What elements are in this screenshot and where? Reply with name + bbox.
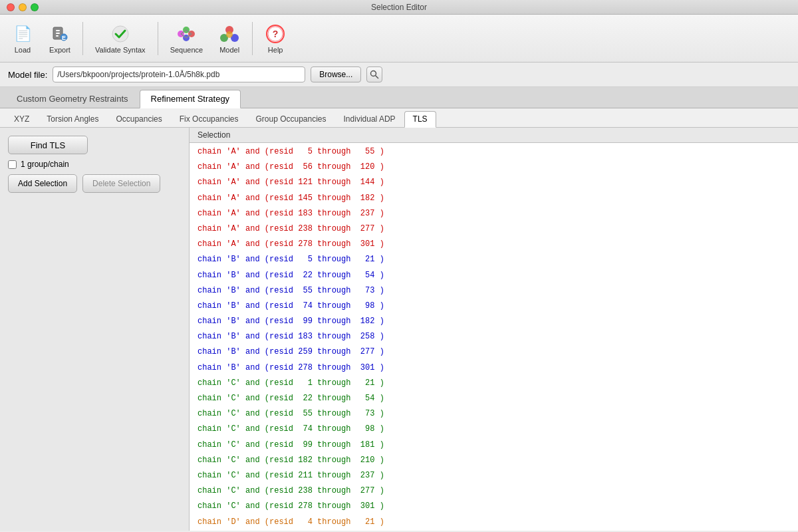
group-chain-row: 1 group/chain (8, 160, 181, 169)
validate-label: Validate Syntax (95, 46, 146, 54)
selection-row[interactable]: chain 'B' and (resid 183 through 258 ) (190, 329, 798, 344)
window-title: Selection Editor (371, 3, 427, 12)
svg-rect-1 (56, 30, 60, 31)
selection-row[interactable]: chain 'B' and (resid 278 through 301 ) (190, 360, 798, 376)
svg-rect-3 (56, 35, 59, 37)
action-buttons: Add Selection Delete Selection (8, 174, 181, 193)
maximize-button[interactable] (31, 3, 39, 11)
selection-row[interactable]: chain 'A' and (resid 121 through 144 ) (190, 175, 798, 190)
left-panel: Find TLS 1 group/chain Add Selection Del… (0, 128, 190, 531)
toolbar-help[interactable]: ? Help (258, 21, 293, 57)
svg-text:E: E (62, 35, 66, 41)
model-icon (219, 23, 240, 45)
toolbar-separator-1 (82, 22, 83, 55)
model-file-row: Model file: Browse... (0, 63, 798, 87)
toolbar-export[interactable]: E Export (43, 21, 77, 57)
load-icon: 📄 (12, 23, 33, 45)
sub-tabs: XYZ Torsion Angles Occupancies Fix Occup… (0, 108, 798, 128)
tab-custom-geometry[interactable]: Custom Geometry Restraints (5, 90, 140, 108)
export-icon: E (49, 23, 70, 45)
selection-row[interactable]: chain 'D' and (resid 22 through 54 ) (190, 530, 798, 531)
load-label: Load (15, 46, 31, 54)
model-file-input[interactable] (53, 66, 305, 82)
help-label: Help (268, 46, 283, 54)
selection-row[interactable]: chain 'B' and (resid 74 through 98 ) (190, 299, 798, 314)
selection-row[interactable]: chain 'A' and (resid 56 through 120 ) (190, 160, 798, 175)
svg-rect-2 (56, 33, 60, 34)
delete-selection-button[interactable]: Delete Selection (82, 174, 160, 193)
selection-row[interactable]: chain 'C' and (resid 211 through 237 ) (190, 468, 798, 483)
svg-point-18 (226, 31, 233, 38)
content-area: Find TLS 1 group/chain Add Selection Del… (0, 128, 798, 531)
validate-icon (110, 23, 131, 45)
toolbar: 📄 Load E Export Validate Syntax (0, 15, 798, 63)
tab-xyz[interactable]: XYZ (5, 111, 38, 127)
svg-line-23 (376, 76, 379, 79)
toolbar-sequence[interactable]: Sequence (164, 21, 210, 57)
close-button[interactable] (7, 3, 15, 11)
right-panel: Selection chain 'A' and (resid 5 through… (190, 128, 798, 531)
toolbar-load[interactable]: 📄 Load (5, 21, 40, 57)
selection-row[interactable]: chain 'C' and (resid 182 through 210 ) (190, 453, 798, 468)
selection-row[interactable]: chain 'C' and (resid 22 through 54 ) (190, 391, 798, 406)
browse-button[interactable]: Browse... (311, 66, 361, 82)
main-tabs: Custom Geometry Restraints Refinement St… (0, 87, 798, 108)
sequence-icon (176, 23, 197, 45)
window-controls (7, 3, 39, 11)
model-file-label: Model file: (8, 70, 47, 80)
selection-row[interactable]: chain 'C' and (resid 1 through 21 ) (190, 376, 798, 391)
svg-point-22 (371, 71, 376, 76)
selection-row[interactable]: chain 'B' and (resid 99 through 182 ) (190, 314, 798, 329)
selection-row[interactable]: chain 'C' and (resid 238 through 277 ) (190, 483, 798, 499)
selection-row[interactable]: chain 'A' and (resid 278 through 301 ) (190, 237, 798, 252)
search-button[interactable] (366, 66, 382, 82)
title-bar: Selection Editor (0, 0, 798, 15)
selection-list: chain 'A' and (resid 5 through 55 )chain… (190, 143, 798, 531)
group-chain-label: 1 group/chain (21, 160, 69, 169)
selection-row[interactable]: chain 'A' and (resid 145 through 182 ) (190, 191, 798, 206)
group-chain-checkbox[interactable] (8, 160, 17, 169)
selection-row[interactable]: chain 'B' and (resid 55 through 73 ) (190, 283, 798, 299)
selection-row[interactable]: chain 'A' and (resid 183 through 237 ) (190, 206, 798, 221)
tab-group-occupancies[interactable]: Group Occupancies (247, 111, 334, 127)
export-label: Export (49, 46, 70, 54)
add-selection-button[interactable]: Add Selection (8, 174, 77, 193)
toolbar-model[interactable]: Model (212, 21, 247, 57)
selection-row[interactable]: chain 'C' and (resid 278 through 301 ) (190, 499, 798, 514)
tab-individual-adp[interactable]: Individual ADP (335, 111, 404, 127)
help-icon: ? (265, 23, 286, 45)
tab-tls[interactable]: TLS (404, 111, 436, 128)
find-tls-button[interactable]: Find TLS (8, 136, 88, 154)
selection-row[interactable]: chain 'A' and (resid 5 through 55 ) (190, 144, 798, 160)
selection-row[interactable]: chain 'C' and (resid 74 through 98 ) (190, 422, 798, 437)
model-label: Model (219, 46, 239, 54)
tab-fix-occupancies[interactable]: Fix Occupancies (171, 111, 247, 127)
toolbar-validate[interactable]: Validate Syntax (88, 21, 152, 57)
selection-row[interactable]: chain 'C' and (resid 55 through 73 ) (190, 406, 798, 422)
toolbar-separator-3 (252, 22, 253, 55)
tab-occupancies[interactable]: Occupancies (107, 111, 170, 127)
selection-row[interactable]: chain 'C' and (resid 99 through 181 ) (190, 438, 798, 453)
tab-refinement-strategy[interactable]: Refinement Strategy (140, 90, 241, 108)
selection-row[interactable]: chain 'A' and (resid 238 through 277 ) (190, 221, 798, 237)
sequence-label: Sequence (170, 46, 203, 54)
selection-row[interactable]: chain 'B' and (resid 259 through 277 ) (190, 344, 798, 360)
selection-header: Selection (190, 128, 798, 143)
svg-text:?: ? (273, 29, 279, 39)
tab-torsion-angles[interactable]: Torsion Angles (38, 111, 107, 127)
selection-row[interactable]: chain 'B' and (resid 22 through 54 ) (190, 268, 798, 283)
selection-row[interactable]: chain 'B' and (resid 5 through 21 ) (190, 252, 798, 267)
minimize-button[interactable] (19, 3, 27, 11)
selection-row[interactable]: chain 'D' and (resid 4 through 21 ) (190, 515, 798, 530)
toolbar-separator-2 (158, 22, 158, 55)
